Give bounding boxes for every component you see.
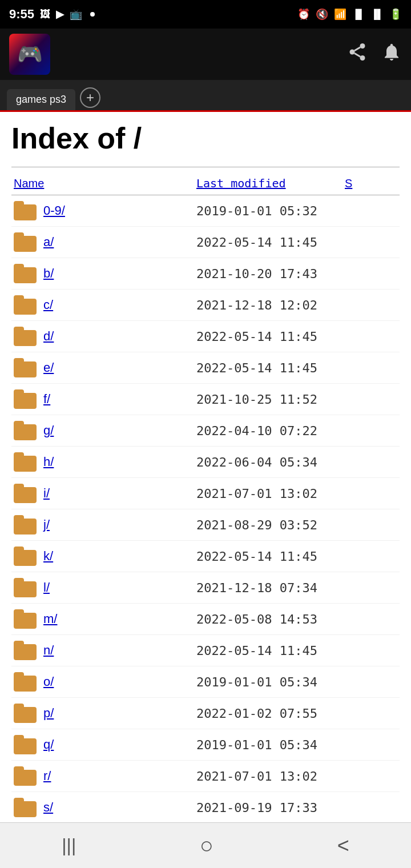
bell-icon[interactable]: [381, 42, 402, 67]
svg-point-2: [360, 55, 365, 61]
table-row[interactable]: f/ 2021-10-25 11:52: [11, 384, 400, 415]
svg-line-3: [354, 53, 360, 57]
folder-cell: s/: [14, 798, 192, 817]
size-cell: [342, 321, 400, 352]
modified-cell: 2021-12-18 07:34: [194, 572, 342, 604]
modified-cell: 2022-06-04 05:34: [194, 447, 342, 478]
modified-cell: 2022-05-14 11:45: [194, 227, 342, 258]
table-row[interactable]: l/ 2021-12-18 07:34: [11, 572, 400, 604]
share-icon[interactable]: [347, 42, 368, 67]
status-bar: 9:55 🖼 ▶ 📺 ⏰ 🔇 📶 ▐▌ ▐▌ 🔋: [0, 0, 411, 29]
browser-logo: 🎮: [9, 34, 50, 75]
size-cell: [342, 761, 400, 792]
status-time: 9:55 🖼 ▶ 📺: [9, 7, 95, 22]
table-row[interactable]: j/ 2021-08-29 03:52: [11, 509, 400, 541]
table-row[interactable]: e/ 2022-05-14 11:45: [11, 352, 400, 384]
modified-cell: 2022-05-14 11:45: [194, 635, 342, 666]
folder-icon: [14, 672, 37, 692]
folder-cell: d/: [14, 327, 192, 346]
table-row[interactable]: h/ 2022-06-04 05:34: [11, 447, 400, 478]
nav-bar: ||| ○ <: [0, 822, 411, 868]
table-row[interactable]: i/ 2021-07-01 13:02: [11, 478, 400, 509]
file-link[interactable]: s/: [43, 800, 53, 815]
divider: [11, 167, 400, 167]
size-cell: [342, 635, 400, 666]
tab-label: games ps3: [16, 94, 66, 106]
page-title: Index of /: [11, 121, 400, 155]
file-link[interactable]: g/: [43, 423, 54, 438]
folder-icon: [14, 264, 37, 283]
table-row[interactable]: k/ 2022-05-14 11:45: [11, 541, 400, 572]
table-row[interactable]: n/ 2022-05-14 11:45: [11, 635, 400, 666]
column-header-modified[interactable]: Last modified: [194, 172, 342, 195]
table-row[interactable]: 0-9/ 2019-01-01 05:32: [11, 195, 400, 227]
folder-cell: o/: [14, 672, 192, 692]
table-row[interactable]: d/ 2022-05-14 11:45: [11, 321, 400, 352]
size-cell: [342, 729, 400, 761]
size-cell: [342, 290, 400, 321]
folder-icon: [14, 641, 37, 660]
table-row[interactable]: a/ 2022-05-14 11:45: [11, 227, 400, 258]
folder-icon: [14, 232, 37, 252]
tab-bar: games ps3 +: [0, 80, 411, 112]
file-link[interactable]: c/: [43, 298, 53, 312]
menu-button[interactable]: |||: [48, 830, 90, 861]
table-row[interactable]: q/ 2019-01-01 05:34: [11, 729, 400, 761]
column-header-name[interactable]: Name: [11, 172, 194, 195]
folder-cell: 0-9/: [14, 201, 192, 220]
folder-icon: [14, 798, 37, 817]
size-cell: [342, 415, 400, 447]
table-row[interactable]: b/ 2021-10-20 17:43: [11, 258, 400, 290]
modified-cell: 2022-05-14 11:45: [194, 352, 342, 384]
home-icon: ○: [200, 833, 213, 858]
table-row[interactable]: c/ 2021-12-18 12:02: [11, 290, 400, 321]
table-row[interactable]: p/ 2022-01-02 07:55: [11, 698, 400, 729]
size-cell: [342, 352, 400, 384]
file-link[interactable]: b/: [43, 266, 54, 281]
page-content: Index of / Name Last modified S 0-9/ 201…: [0, 112, 411, 868]
file-link[interactable]: r/: [43, 769, 51, 783]
size-cell: [342, 195, 400, 227]
add-tab-button[interactable]: +: [80, 87, 100, 108]
size-cell: [342, 447, 400, 478]
column-header-size[interactable]: S: [342, 172, 400, 195]
menu-icon: |||: [62, 835, 76, 855]
file-link[interactable]: f/: [43, 392, 50, 407]
file-link[interactable]: j/: [43, 517, 50, 532]
file-link[interactable]: 0-9/: [43, 203, 65, 218]
table-row[interactable]: o/ 2019-01-01 05:34: [11, 666, 400, 698]
file-link[interactable]: d/: [43, 329, 54, 344]
file-link[interactable]: p/: [43, 706, 54, 721]
browser-actions: [347, 42, 402, 67]
folder-icon: [14, 766, 37, 786]
home-button[interactable]: ○: [186, 828, 227, 863]
file-link[interactable]: n/: [43, 643, 54, 658]
file-link[interactable]: h/: [43, 455, 54, 469]
file-link[interactable]: q/: [43, 737, 54, 752]
file-link[interactable]: o/: [43, 674, 54, 689]
active-tab[interactable]: games ps3: [7, 89, 75, 110]
folder-icon: [14, 704, 37, 723]
table-row[interactable]: r/ 2021-07-01 13:02: [11, 761, 400, 792]
file-link[interactable]: i/: [43, 486, 50, 501]
file-link[interactable]: k/: [43, 549, 53, 564]
back-button[interactable]: <: [324, 829, 363, 862]
table-row[interactable]: m/ 2022-05-08 14:53: [11, 604, 400, 635]
modified-cell: 2021-09-19 17:33: [194, 792, 342, 823]
file-link[interactable]: e/: [43, 360, 54, 375]
modified-cell: 2022-01-02 07:55: [194, 698, 342, 729]
table-row[interactable]: s/ 2021-09-19 17:33: [11, 792, 400, 823]
folder-cell: r/: [14, 766, 192, 786]
folder-icon: [14, 735, 37, 754]
folder-icon: [14, 295, 37, 315]
modified-cell: 2021-10-25 11:52: [194, 384, 342, 415]
modified-cell: 2019-01-01 05:32: [194, 195, 342, 227]
file-link[interactable]: m/: [43, 612, 57, 626]
size-cell: [342, 604, 400, 635]
folder-icon: [14, 201, 37, 220]
table-row[interactable]: g/ 2022-04-10 07:22: [11, 415, 400, 447]
file-link[interactable]: a/: [43, 235, 54, 250]
file-link[interactable]: l/: [43, 580, 50, 595]
svg-point-1: [350, 50, 355, 55]
folder-cell: c/: [14, 295, 192, 315]
